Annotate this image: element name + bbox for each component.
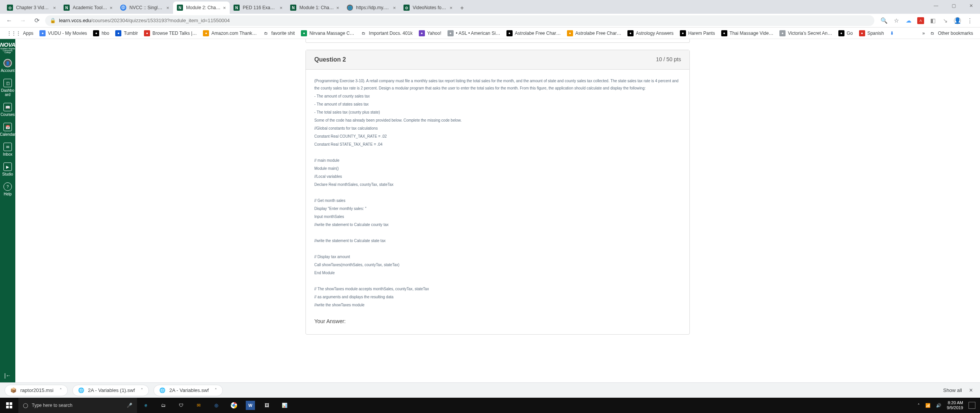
browser-tab[interactable]: ⓪NVCC :: Single Sign-On to all you× xyxy=(116,2,173,14)
profile-avatar-icon[interactable]: 👤 xyxy=(954,17,961,24)
bookmark-label: Amazon.com Thank… xyxy=(211,31,257,36)
bookmark-item[interactable]: ●Amazon.com Thank… xyxy=(200,30,260,36)
download-item[interactable]: 🌐2A - Variables.swf˄ xyxy=(154,385,223,396)
bookmark-item[interactable]: ●hbo xyxy=(90,30,112,36)
sidebar-item-inbox[interactable]: ✉ Inbox xyxy=(0,140,15,159)
ext-blocker-icon[interactable]: ◧ xyxy=(929,17,936,24)
bookmark-item[interactable]: ●Spanish xyxy=(856,30,887,36)
star-icon[interactable]: ☆ xyxy=(893,17,900,24)
window-close[interactable]: ✕ xyxy=(962,0,980,11)
bookmark-item[interactable]: ●Victoria's Secret An… xyxy=(776,30,835,36)
bookmark-item[interactable]: ●Astrolabe Free Char… xyxy=(564,30,624,36)
bookmark-item[interactable]: 🗀favorite shit xyxy=(260,30,298,36)
browser-tab[interactable]: NAcademic Tools :: Northern Virgin× xyxy=(60,2,116,14)
browser-tab[interactable]: NModule 1: Chapter 2 study: (Fall× xyxy=(286,2,343,14)
bookmark-item[interactable]: ●Browse TED Talks |… xyxy=(141,30,200,36)
bookmark-item[interactable]: ●Go xyxy=(835,30,856,36)
question-header: Question 2 10 / 50 pts xyxy=(306,50,689,70)
browser-tab[interactable]: ⊙Chapter 3 VideoNotes 3× xyxy=(3,2,60,14)
action-center-icon[interactable] xyxy=(969,402,975,409)
bookmark-item[interactable]: ●Nirvana Massage C… xyxy=(298,30,357,36)
tab-close-icon[interactable]: × xyxy=(109,5,113,11)
tray-expand-icon[interactable]: ˄ xyxy=(918,403,920,408)
search-icon[interactable]: 🔍 xyxy=(880,17,887,24)
browser-tab[interactable]: NModule 2: Chapter 3 Homework× xyxy=(173,2,230,14)
taskbar-search[interactable]: ◯ Type here to search 🎤 xyxy=(18,398,137,413)
downloads-show-all[interactable]: Show all xyxy=(943,387,962,393)
bookmarks-overflow[interactable]: » xyxy=(922,31,925,36)
sidebar-item-label: Inbox xyxy=(3,152,12,156)
reload-button[interactable]: ⟳ xyxy=(31,15,42,26)
bookmarks-bar: ⋮⋮⋮Apps●VUDU - My Movies●hbo●Tumblr●Brow… xyxy=(0,28,980,39)
other-bookmarks[interactable]: 🗀 Other bookmarks xyxy=(926,30,976,36)
task-ppt-icon[interactable]: 📊 xyxy=(276,398,293,413)
ext-cloud-icon[interactable]: ☁ xyxy=(905,17,912,24)
tab-close-icon[interactable]: × xyxy=(223,5,226,11)
bookmark-item[interactable]: ●Astrology Answers xyxy=(624,30,677,36)
browser-tab[interactable]: 🌐https://idp.my.vccs.edu/samlsso× xyxy=(343,2,400,14)
sidebar-item-studio[interactable]: ▶ Studio xyxy=(0,159,15,179)
favicon: ● xyxy=(859,30,865,36)
task-word-icon[interactable]: W xyxy=(246,401,255,410)
tab-close-icon[interactable]: × xyxy=(449,5,452,11)
tray-network-icon[interactable]: 📶 xyxy=(925,403,931,408)
sidebar-item-calendar[interactable]: 📅 Calendar xyxy=(0,120,15,140)
bookmark-item[interactable]: ●VUDU - My Movies xyxy=(36,30,90,36)
back-button[interactable]: ← xyxy=(4,15,15,26)
tray-volume-icon[interactable]: 🔊 xyxy=(936,403,941,408)
tab-close-icon[interactable]: × xyxy=(393,5,396,11)
downloads-close-icon[interactable]: ✕ xyxy=(967,387,975,393)
task-image-icon[interactable]: 🖼 xyxy=(258,398,276,413)
new-tab-button[interactable]: + xyxy=(456,2,468,14)
favicon: ● xyxy=(627,30,634,36)
chevron-up-icon[interactable]: ˄ xyxy=(215,388,217,393)
sidebar-item-account[interactable]: 👤 Account xyxy=(0,56,15,76)
chevron-up-icon[interactable]: ˄ xyxy=(141,388,143,393)
task-chrome-icon[interactable] xyxy=(225,398,243,413)
bookmark-item[interactable]: ●• ASL • American Si… xyxy=(444,30,503,36)
menu-icon[interactable]: ⋮ xyxy=(966,17,973,24)
question-line: // Get month sales xyxy=(314,197,681,204)
canvas-logo[interactable]: NOVA Northern Virginia Community College xyxy=(0,39,16,56)
url-host: learn.vccs.edu xyxy=(59,18,91,23)
browser-tab[interactable]: NPED 116 Exam #1- Form 5-19-8× xyxy=(230,2,286,14)
chevron-up-icon[interactable]: ˄ xyxy=(60,388,62,393)
start-button[interactable] xyxy=(0,398,18,413)
task-explorer-icon[interactable]: 🗂 xyxy=(155,398,172,413)
favicon: ● xyxy=(506,30,513,36)
bookmark-item[interactable]: ●Harem Pants xyxy=(677,30,718,36)
sidebar-item-courses[interactable]: 📖 Courses xyxy=(0,100,15,120)
favicon: ● xyxy=(203,30,209,36)
bookmark-item[interactable]: ●Tumblr xyxy=(112,30,141,36)
download-indicator-icon[interactable]: ⬇ xyxy=(890,31,894,36)
question-line: // The showTaxes module accepts monthSal… xyxy=(314,285,681,293)
download-item[interactable]: 🌐2A - Variables (1).swf˄ xyxy=(72,385,149,396)
task-security-icon[interactable]: 🛡 xyxy=(172,398,190,413)
tab-close-icon[interactable]: × xyxy=(279,5,283,11)
tab-close-icon[interactable]: × xyxy=(53,5,56,11)
tab-close-icon[interactable]: × xyxy=(336,5,339,11)
task-edge-icon[interactable]: e xyxy=(137,398,155,413)
tray-clock[interactable]: 8:20 AM 9/9/2019 xyxy=(947,400,963,410)
bookmark-item[interactable]: ●Astrolabe Free Char… xyxy=(503,30,564,36)
address-bar[interactable]: 🔒 learn.vccs.edu/courses/202304/quizzes/… xyxy=(45,15,874,26)
mic-icon[interactable]: 🎤 xyxy=(127,403,132,408)
bookmark-item[interactable]: ●Thai Massage Vide… xyxy=(718,30,777,36)
window-minimize[interactable]: — xyxy=(927,0,945,11)
apps-button[interactable]: ⋮⋮⋮Apps xyxy=(4,31,36,36)
browser-tab[interactable]: ⊙VideoNotes for Starting Out with× xyxy=(400,2,456,14)
forward-button[interactable]: → xyxy=(18,15,28,26)
tab-close-icon[interactable]: × xyxy=(166,5,169,11)
window-maximize[interactable]: ▢ xyxy=(945,0,962,11)
sidebar-item-help[interactable]: ? Help xyxy=(0,179,15,199)
download-item[interactable]: 📦raptor2015.msi˄ xyxy=(5,385,68,396)
task-mail-icon[interactable]: ✉ xyxy=(190,398,207,413)
sidebar-item-dashboard[interactable]: ◫ Dashboard xyxy=(0,76,15,100)
sidebar-collapse-icon[interactable]: |← xyxy=(4,372,11,379)
bookmark-item[interactable]: 🗀Important Docs. 401k xyxy=(358,30,416,36)
task-app-icon[interactable]: ◎ xyxy=(207,398,225,413)
bookmark-item[interactable]: ●Yahoo! xyxy=(416,30,444,36)
help-icon: ? xyxy=(3,182,12,191)
ext-arrow-icon[interactable]: ↘ xyxy=(942,17,949,24)
ext-pdf-icon[interactable]: A xyxy=(917,17,924,24)
